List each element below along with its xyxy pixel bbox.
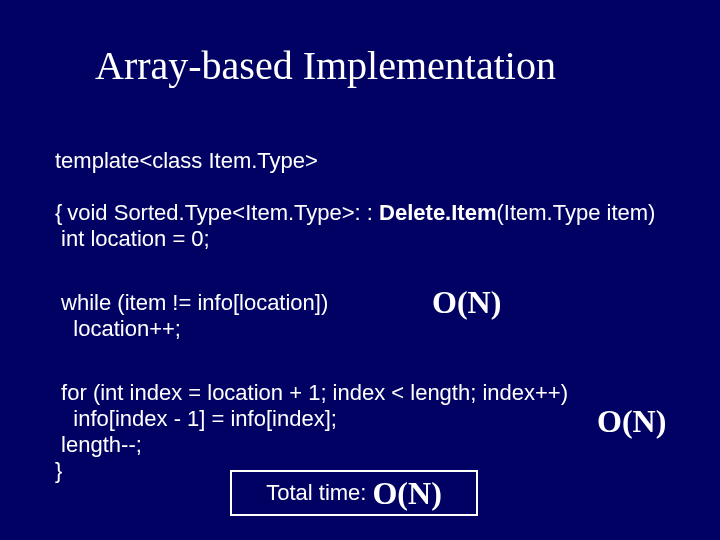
- code-line-6: location++;: [55, 316, 181, 342]
- complexity-annotation-2: O(N): [597, 403, 666, 440]
- code-line-2b: Delete.Item: [379, 200, 496, 225]
- code-line-2: void Sorted.Type<Item.Type>: : Delete.It…: [55, 174, 655, 226]
- code-line-7: for (int index = location + 1; index < l…: [55, 380, 568, 406]
- code-line-10: }: [55, 458, 62, 484]
- complexity-annotation-1: O(N): [432, 284, 501, 321]
- slide-title: Array-based Implementation: [95, 42, 556, 89]
- code-line-2a: void Sorted.Type<Item.Type>: :: [67, 200, 379, 225]
- code-line-5: while (item != info[location]): [55, 290, 328, 316]
- total-time-box: Total time: O(N): [230, 470, 478, 516]
- code-line-8: info[index - 1] = info[index];: [55, 406, 337, 432]
- total-time-value: O(N): [372, 475, 441, 512]
- code-line-4: int location = 0;: [55, 226, 210, 252]
- code-line-1: template<class Item.Type>: [55, 148, 318, 174]
- code-line-3: {: [55, 200, 62, 226]
- code-line-9: length--;: [55, 432, 142, 458]
- code-line-2c: (Item.Type item): [496, 200, 655, 225]
- total-time-label: Total time:: [266, 480, 366, 506]
